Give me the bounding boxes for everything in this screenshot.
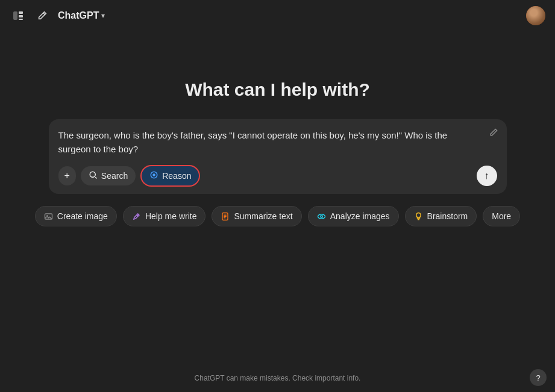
svg-point-6 xyxy=(152,173,155,176)
summarize-text-chip[interactable]: Summarize text xyxy=(212,206,301,226)
search-button[interactable]: Search xyxy=(81,166,136,185)
analyze-images-label: Analyze images xyxy=(330,211,390,221)
main-content: What can I help with? The surgeon, who i… xyxy=(0,31,555,226)
avatar[interactable] xyxy=(526,6,545,25)
reason-icon xyxy=(149,170,158,181)
attach-button[interactable]: + xyxy=(58,166,76,185)
suggestion-chips: Create image Help me write Summarize tex… xyxy=(35,206,520,226)
svg-rect-2 xyxy=(19,15,23,17)
create-image-label: Create image xyxy=(57,211,108,221)
analyze-images-icon xyxy=(317,212,326,221)
footer-disclaimer: ChatGPT can make mistakes. Check importa… xyxy=(195,374,361,382)
edit-input-button[interactable] xyxy=(489,128,498,140)
help-icon: ? xyxy=(536,373,540,382)
brainstorm-icon xyxy=(414,212,423,221)
brainstorm-chip[interactable]: Brainstorm xyxy=(405,206,477,226)
svg-point-4 xyxy=(90,172,95,177)
send-button[interactable]: ↑ xyxy=(477,166,497,186)
chat-input-text[interactable]: The surgeon, who is the boy's father, sa… xyxy=(58,129,497,158)
chevron-down-icon: ▾ xyxy=(101,11,105,20)
create-image-chip[interactable]: Create image xyxy=(35,206,117,226)
more-chip[interactable]: More xyxy=(483,206,520,226)
plus-icon: + xyxy=(64,170,70,181)
svg-rect-3 xyxy=(19,19,23,20)
summarize-text-label: Summarize text xyxy=(234,211,292,221)
analyze-images-chip[interactable]: Analyze images xyxy=(308,206,399,226)
reason-button-label: Reason xyxy=(162,171,191,181)
chat-input-container: The surgeon, who is the boy's father, sa… xyxy=(49,119,507,194)
search-icon xyxy=(89,170,98,181)
svg-point-10 xyxy=(318,214,325,219)
header-left: ChatGPT ▾ xyxy=(10,7,105,24)
page-title: What can I help with? xyxy=(185,79,370,100)
create-image-icon xyxy=(44,212,53,221)
reason-button[interactable]: Reason xyxy=(140,165,200,187)
svg-rect-1 xyxy=(19,11,23,14)
more-label: More xyxy=(492,211,511,221)
send-icon: ↑ xyxy=(484,170,489,181)
app-header: ChatGPT ▾ xyxy=(0,0,555,31)
app-title-button[interactable]: ChatGPT ▾ xyxy=(58,10,105,21)
help-me-write-icon xyxy=(132,212,141,221)
brainstorm-label: Brainstorm xyxy=(427,211,468,221)
summarize-text-icon xyxy=(221,212,230,221)
help-button[interactable]: ? xyxy=(530,369,547,386)
input-actions-row: + Search Reason xyxy=(58,165,497,187)
svg-rect-0 xyxy=(13,11,17,20)
help-me-write-label: Help me write xyxy=(145,211,197,221)
svg-point-11 xyxy=(320,215,322,217)
avatar-image xyxy=(526,6,545,25)
app-title: ChatGPT xyxy=(58,10,99,21)
sidebar-toggle-button[interactable] xyxy=(10,7,27,24)
edit-chat-button[interactable] xyxy=(34,7,51,24)
search-button-label: Search xyxy=(101,171,128,181)
help-me-write-chip[interactable]: Help me write xyxy=(123,206,206,226)
